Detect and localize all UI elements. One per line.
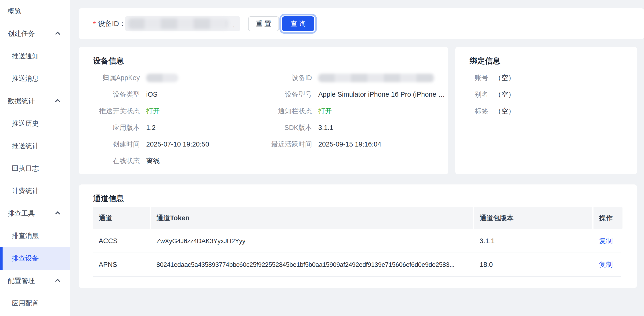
table-row: ACCS ZwXyG4J6zz4DAK3YyxJH2Yyy 3.1.1 复制 [93, 229, 621, 253]
chevron-up-icon [55, 211, 60, 216]
binding-info-title: 绑定信息 [470, 56, 500, 66]
input-trailing-dot: . [233, 21, 235, 29]
field-account: 账号 （空） [470, 70, 515, 86]
device-info-title: 设备信息 [93, 56, 124, 66]
cell-channel: APNS [93, 261, 150, 268]
field-value: Apple Simulator iPhone 16 Pro (iPhone … [318, 91, 445, 98]
field-label: 归属AppKey [93, 73, 140, 83]
sidebar-group-data-statistics[interactable]: 数据统计 [0, 90, 70, 112]
field-device-id: 设备ID [256, 70, 445, 86]
sidebar-item-label: 概览 [8, 7, 21, 16]
cell-package-version: 18.0 [474, 261, 592, 268]
chevron-up-icon [55, 32, 60, 37]
field-value: 3.1.1 [318, 124, 334, 132]
field-value: 1.2 [146, 124, 156, 132]
sidebar-item-overview[interactable]: 概览 [0, 0, 70, 23]
sidebar-item-troubleshoot-device[interactable]: 排查设备 [0, 247, 70, 270]
field-label: 设备型号 [256, 90, 312, 99]
field-label: 创建时间 [93, 140, 140, 149]
field-value: iOS [146, 91, 158, 98]
device-id-form-label: * 设备ID： [93, 8, 126, 39]
sidebar-item-push-history[interactable]: 推送历史 [0, 112, 70, 135]
reset-button[interactable]: 重 置 [248, 16, 279, 31]
column-header-action: 操作 [594, 207, 622, 229]
cell-channel: ACCS [93, 237, 150, 245]
sidebar-item-label: 计费统计 [12, 186, 39, 196]
field-app-version: 应用版本 1.2 [93, 119, 209, 136]
cell-token: ZwXyG4J6zz4DAK3YyxJH2Yyy [151, 237, 473, 245]
table-row: APNS 80241edaac5a435893774bbc60c25f92255… [93, 253, 621, 277]
field-device-model: 设备型号 Apple Simulator iPhone 16 Pro (iPho… [256, 86, 445, 103]
sidebar-item-label: 数据统计 [8, 96, 35, 106]
field-sdk-version: SDK版本 3.1.1 [256, 119, 445, 136]
redacted-device-id-value [318, 74, 434, 82]
sidebar-item-billing-statistics[interactable]: 计费统计 [0, 180, 70, 202]
query-form-bar: * 设备ID： . 重 置 查 询 [79, 8, 644, 39]
sidebar-item-label: 配置管理 [8, 276, 35, 285]
column-header-package-version: 通道包版本 [474, 207, 592, 229]
field-label: 在线状态 [93, 156, 140, 166]
cell-token: 80241edaac5a435893774bbc60c25f922552845b… [151, 261, 473, 268]
device-info-right-column: 设备ID 设备型号 Apple Simulator iPhone 16 Pro … [256, 70, 445, 153]
field-label: SDK版本 [256, 123, 312, 133]
sidebar-item-troubleshoot-message[interactable]: 排查消息 [0, 225, 70, 247]
redacted-appkey-value [146, 74, 178, 82]
status-value-on: 打开 [318, 107, 332, 116]
sidebar-item-receipt-log[interactable]: 回执日志 [0, 157, 70, 180]
field-value: 离线 [146, 156, 160, 166]
status-value-on: 打开 [146, 107, 160, 116]
sidebar-group-troubleshooting-tools[interactable]: 排查工具 [0, 202, 70, 225]
field-create-time: 创建时间 2025-07-10 19:20:50 [93, 136, 209, 153]
sidebar-item-label: 回执日志 [12, 164, 39, 173]
field-label: 应用版本 [93, 123, 140, 133]
field-label: 推送开关状态 [93, 107, 140, 116]
field-value: （空） [494, 90, 515, 99]
field-push-switch-status: 推送开关状态 打开 [93, 103, 209, 119]
field-last-active-time: 最近活跃时间 2025-09-15 19:16:04 [256, 136, 445, 153]
sidebar-item-label: 排查消息 [12, 231, 39, 241]
sidebar-item-app-config[interactable]: 应用配置 [0, 292, 70, 314]
chevron-up-icon [55, 99, 60, 104]
device-info-left-column: 归属AppKey 设备类型 iOS 推送开关状态 打开 应用版本 1.2 创建时… [93, 70, 209, 169]
channel-table: 通道 通道Token 通道包版本 操作 ACCS ZwXyG4J6zz4DAK3… [93, 207, 621, 277]
field-label: 账号 [470, 73, 488, 83]
cell-package-version: 3.1.1 [474, 237, 592, 245]
query-button[interactable]: 查 询 [282, 16, 314, 31]
sidebar-group-config-management[interactable]: 配置管理 [0, 270, 70, 292]
field-label: 设备类型 [93, 90, 140, 99]
sidebar-item-label: 推送统计 [12, 141, 39, 151]
sidebar-group-create-task[interactable]: 创建任务 [0, 23, 70, 45]
sidebar-item-label: 推送消息 [12, 74, 39, 83]
copy-link[interactable]: 复制 [599, 237, 613, 245]
sidebar-item-label: 创建任务 [8, 29, 35, 38]
sidebar-item-push-statistics[interactable]: 推送统计 [0, 135, 70, 157]
field-value: 2025-09-15 19:16:04 [318, 140, 381, 148]
field-value: （空） [494, 107, 515, 116]
sidebar-item-push-message[interactable]: 推送消息 [0, 67, 70, 90]
column-header-token: 通道Token [151, 207, 473, 229]
field-appkey: 归属AppKey [93, 70, 209, 86]
field-device-type: 设备类型 iOS [93, 86, 209, 103]
channel-info-card: 通道信息 通道 通道Token 通道包版本 操作 ACCS ZwXyG4J6zz… [79, 184, 637, 288]
field-online-status: 在线状态 离线 [93, 153, 209, 169]
field-label: 设备ID [256, 73, 312, 83]
field-label: 通知栏状态 [256, 107, 312, 116]
channel-table-header: 通道 通道Token 通道包版本 操作 [93, 207, 621, 229]
device-info-card: 设备信息 归属AppKey 设备类型 iOS 推送开关状态 打开 应用版本 1.… [79, 47, 448, 174]
chevron-up-icon [55, 279, 60, 284]
field-label: 最近活跃时间 [256, 140, 312, 149]
binding-info-fields: 账号 （空） 别名 （空） 标签 （空） [470, 70, 515, 119]
copy-link[interactable]: 复制 [599, 261, 613, 268]
binding-info-card: 绑定信息 账号 （空） 别名 （空） 标签 （空） [455, 47, 637, 174]
field-notification-bar-status: 通知栏状态 打开 [256, 103, 445, 119]
field-tag: 标签 （空） [470, 103, 515, 119]
device-id-label-text: 设备ID： [98, 19, 126, 29]
field-label: 别名 [470, 90, 488, 99]
sidebar-item-label: 应用配置 [12, 299, 39, 308]
sidebar-item-push-notification[interactable]: 推送通知 [0, 45, 70, 67]
field-label: 标签 [470, 107, 488, 116]
device-id-input[interactable]: . [125, 16, 240, 31]
field-value: （空） [494, 73, 515, 83]
field-alias: 别名 （空） [470, 86, 515, 103]
sidebar-item-label: 推送通知 [12, 52, 39, 61]
